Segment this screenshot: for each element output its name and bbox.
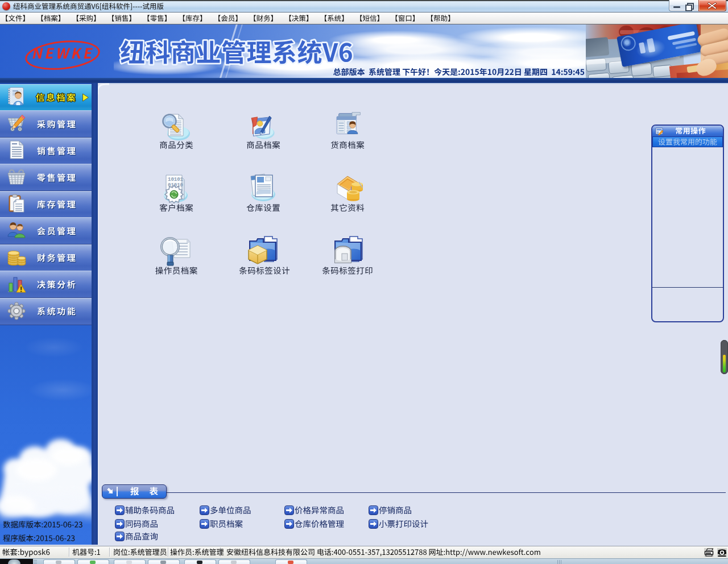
svg-text:10101: 10101 xyxy=(168,177,184,183)
